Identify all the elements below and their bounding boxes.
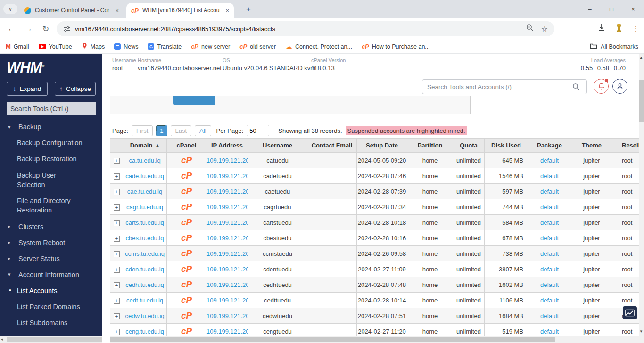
zoom-out-icon[interactable] <box>526 24 534 33</box>
domain-link[interactable]: carts.tu.edu.iq <box>125 219 164 226</box>
extension-icon[interactable] <box>615 24 623 34</box>
domain-link[interactable]: ccms.tu.edu.iq <box>125 250 165 257</box>
domain-link[interactable]: ca.tu.edu.iq <box>129 157 160 164</box>
bookmark-maps[interactable]: Maps <box>82 42 105 51</box>
collapse-button[interactable]: ↑Collapse <box>55 82 96 96</box>
expand-row-button[interactable]: + <box>114 158 120 164</box>
quota-header[interactable]: Quota <box>453 139 485 153</box>
reload-icon[interactable]: ↻ <box>42 24 49 34</box>
all-bookmarks-button[interactable]: All Bookmarks <box>590 43 638 50</box>
domain-link[interactable]: cedh.tu.edu.iq <box>125 281 164 288</box>
domain-link[interactable]: cden.tu.edu.iq <box>125 266 164 273</box>
package-link[interactable]: default <box>540 297 559 304</box>
bookmark-old-server[interactable]: cPold server <box>239 43 276 50</box>
sidebar-item-clusters[interactable]: ▸Clusters <box>0 219 102 235</box>
package-link[interactable]: default <box>540 328 559 335</box>
sidebar-item-list-accounts[interactable]: •List Accounts <box>0 283 102 299</box>
user-menu-button[interactable] <box>612 79 627 94</box>
tab-customer-control-panel[interactable]: Customer Control Panel - Conta × <box>19 3 124 18</box>
package-link[interactable]: default <box>540 172 559 180</box>
horizontal-scrollbar[interactable]: ▸ <box>110 336 644 343</box>
per-page-input[interactable] <box>247 125 269 136</box>
bookmark-how-to-purchase[interactable]: cPHow to Purchase an... <box>362 43 430 50</box>
package-link[interactable]: default <box>540 281 559 288</box>
ip-link[interactable]: 109.199.121.203 <box>206 157 248 164</box>
bookmark-new-server[interactable]: cPnew server <box>191 43 230 50</box>
cpanel-login-icon[interactable]: cP <box>181 233 192 243</box>
package-link[interactable]: default <box>540 250 559 257</box>
setup-date-header[interactable]: Setup Date <box>357 139 407 153</box>
cpanel-login-icon[interactable]: cP <box>181 326 192 336</box>
scroll-left-icon[interactable]: ◂ <box>1 337 3 342</box>
domain-link[interactable]: cae.tu.edu.iq <box>127 188 162 195</box>
expand-row-button[interactable]: + <box>114 298 120 304</box>
email-header[interactable]: Contact Email <box>307 139 357 153</box>
domain-header[interactable]: Domain▲ <box>123 139 167 153</box>
package-header[interactable]: Package <box>528 139 571 153</box>
cpanel-login-icon[interactable]: cP <box>181 295 192 305</box>
tab-whm-list-accounts[interactable]: cP WHM [vmi1679440] List Accoun × <box>126 3 234 18</box>
sidebar-item-backup-configuration[interactable]: Backup Configuration <box>0 135 102 151</box>
expand-row-button[interactable]: + <box>114 189 120 195</box>
ip-link[interactable]: 109.199.121.203 <box>206 204 248 211</box>
ip-link[interactable]: 109.199.121.203 <box>206 172 248 180</box>
new-tab-button[interactable]: + <box>242 3 255 16</box>
ip-link[interactable]: 109.199.121.203 <box>206 312 248 319</box>
expand-row-button[interactable]: + <box>114 267 120 273</box>
cpanel-login-icon[interactable]: cP <box>181 217 192 227</box>
sidebar-item-account-information[interactable]: ▾Account Information <box>0 267 102 283</box>
cpanel-login-icon[interactable]: cP <box>181 248 192 258</box>
sidebar-item-file-and-directory-restoration[interactable]: File and Directory Restoration <box>0 193 102 219</box>
cpanel-login-icon[interactable]: cP <box>181 186 192 196</box>
bookmark-translate[interactable]: GTranslate <box>148 43 182 50</box>
package-link[interactable]: default <box>540 188 559 195</box>
scroll-up-icon[interactable]: ▲ <box>639 56 643 60</box>
ip-link[interactable]: 109.199.121.203 <box>206 297 248 304</box>
site-info-icon[interactable] <box>63 25 70 33</box>
url-field[interactable]: vmi1679440.contaboserver.net:2087/cpsess… <box>57 21 554 36</box>
reseller-header[interactable]: Reseller/Owner <box>612 139 639 153</box>
theme-header[interactable]: Theme <box>571 139 612 153</box>
expand-row-button[interactable]: + <box>114 173 120 180</box>
ip-link[interactable]: 109.199.121.203 <box>206 266 248 273</box>
browser-menu-icon[interactable]: ⋮ <box>632 24 639 33</box>
tab-search-button[interactable]: ∨ <box>3 4 17 14</box>
package-link[interactable]: default <box>540 219 559 226</box>
domain-link[interactable]: cbes.tu.edu.iq <box>126 235 164 242</box>
sidebar-item-backup[interactable]: ▾Backup <box>0 119 102 135</box>
cpanel-login-icon[interactable]: cP <box>181 264 192 274</box>
analytics-chart-button[interactable] <box>623 306 637 319</box>
sidebar-item-server-status[interactable]: ▸Server Status <box>0 251 102 267</box>
expand-row-button[interactable]: + <box>114 236 120 242</box>
download-icon[interactable] <box>597 24 606 34</box>
ip-link[interactable]: 109.199.121.203 <box>206 281 248 288</box>
partition-header[interactable]: Partition <box>407 139 453 153</box>
maximize-button[interactable]: □ <box>601 0 622 18</box>
scrollbar-thumb[interactable] <box>110 337 555 342</box>
bookmark-youtube[interactable]: YouTube <box>39 43 72 50</box>
ip-link[interactable]: 109.199.121.203 <box>206 188 248 195</box>
close-window-button[interactable]: × <box>622 0 644 18</box>
vertical-scrollbar[interactable]: ▲ ▼ <box>639 54 644 335</box>
package-link[interactable]: default <box>540 204 559 211</box>
cpanel-login-icon[interactable]: cP <box>181 155 192 165</box>
first-page-button[interactable]: First <box>132 125 153 136</box>
forward-icon[interactable]: → <box>25 24 33 33</box>
sidebar-item-system-reboot[interactable]: ▸System Reboot <box>0 235 102 251</box>
back-icon[interactable]: ← <box>8 24 16 33</box>
sidebar-item-list-subdomains[interactable]: List Subdomains <box>0 315 102 331</box>
last-page-button[interactable]: Last <box>171 125 192 136</box>
expand-row-button[interactable]: + <box>114 251 120 257</box>
domain-link[interactable]: ceng.tu.edu.iq <box>125 328 164 335</box>
ip-link[interactable]: 109.199.121.203 <box>206 250 248 257</box>
package-link[interactable]: default <box>540 312 559 319</box>
bookmark-cloudflare[interactable]: ☁Connect, Protect an... <box>285 42 352 51</box>
expand-row-button[interactable]: + <box>114 282 120 288</box>
scrollbar-thumb[interactable] <box>639 80 644 122</box>
expand-row-button[interactable]: + <box>114 313 120 319</box>
bookmark-star-icon[interactable]: ☆ <box>541 24 548 33</box>
close-icon[interactable]: × <box>225 7 229 14</box>
cpanel-login-icon[interactable]: cP <box>181 279 192 289</box>
cpanel-login-icon[interactable]: cP <box>181 310 192 320</box>
cpanel-header[interactable]: cPanel <box>167 139 206 153</box>
